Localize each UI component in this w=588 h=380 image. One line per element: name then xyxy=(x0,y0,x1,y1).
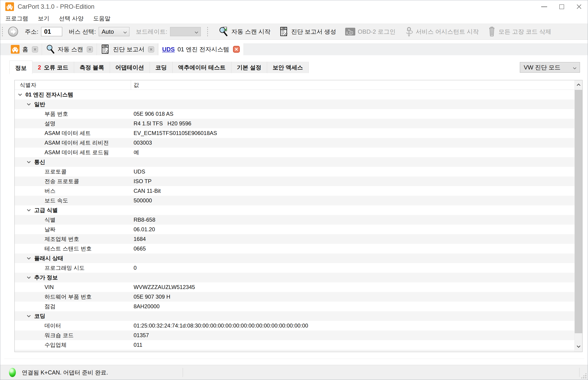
row-value: 06.01.20 xyxy=(134,225,155,234)
bus-select[interactable]: Auto xyxy=(99,27,129,36)
expand-chevron-icon[interactable] xyxy=(27,103,31,106)
maximize-icon xyxy=(559,4,564,9)
table-row[interactable]: VINWVWZZZAUZLW512345 xyxy=(15,282,574,292)
toolbar-grip-handle[interactable] xyxy=(2,26,3,37)
subtab-6[interactable]: 기본 설정 xyxy=(231,62,267,73)
table-row[interactable]: 제조업체 번호1684 xyxy=(15,234,574,244)
table-row[interactable]: 플래시 상태 xyxy=(15,253,574,263)
toolbar-button-label: 자동 스캔 시작 xyxy=(231,28,270,36)
table-row[interactable]: 날짜06.01.20 xyxy=(15,225,574,234)
menu-item-0[interactable]: 프로그램 xyxy=(5,15,28,22)
toolbar-button-0[interactable]: 자동 스캔 시작 xyxy=(218,25,271,38)
tab-close-button[interactable] xyxy=(87,46,93,53)
row-label: 프로토콜 xyxy=(44,167,66,176)
tab-close-button[interactable] xyxy=(148,46,154,53)
table-row[interactable]: 프로그래밍 시도0 xyxy=(15,263,574,273)
vertical-scrollbar[interactable] xyxy=(574,80,582,352)
subtab-label: 코딩 xyxy=(155,64,167,71)
table-row[interactable]: 고급 식별 xyxy=(15,205,574,215)
subtab-7[interactable]: 보안 액세스 xyxy=(267,62,309,73)
window-controls xyxy=(535,0,588,13)
subtab-0[interactable]: 정보 xyxy=(9,60,32,74)
row-value: 01:25:00:32:24:74:1d:08:30:00:00:00:00:0… xyxy=(134,321,308,330)
table-row[interactable]: 일반 xyxy=(15,99,574,109)
table-row[interactable]: 코딩 xyxy=(15,311,574,321)
tab-0[interactable]: 홈 xyxy=(7,43,42,55)
subtab-5[interactable]: 액추에이터 테스트 xyxy=(173,62,231,73)
menu-item-3[interactable]: 도움말 xyxy=(93,15,110,22)
chevron-down-icon xyxy=(195,28,198,35)
table-row[interactable]: 프로토콜UDS xyxy=(15,167,574,176)
row-value: 500000 xyxy=(134,196,152,205)
table-row[interactable]: ASAM 데이터 세트 로드됨예 xyxy=(15,148,574,157)
tab-3[interactable]: UDS01 엔진 전자시스템 xyxy=(158,43,244,55)
subtab-label: 어댑테이션 xyxy=(115,64,144,71)
table-row[interactable]: 식별RB8-658 xyxy=(15,215,574,225)
row-label-cell: 설명 xyxy=(15,119,574,128)
table-row[interactable]: 통신 xyxy=(15,157,574,167)
tab-close-button[interactable] xyxy=(32,46,38,53)
expand-chevron-icon[interactable] xyxy=(18,93,22,96)
expand-chevron-icon[interactable] xyxy=(27,257,31,260)
baudrate-select xyxy=(170,27,201,36)
subtab-2[interactable]: 측정 블록 xyxy=(74,62,110,73)
row-value: 0 xyxy=(134,263,137,273)
table-row[interactable]: 하드웨어 부품 번호05E 907 309 H xyxy=(15,292,574,302)
menu-item-1[interactable]: 보기 xyxy=(38,15,49,22)
toolbar-page-gap xyxy=(0,40,588,43)
scroll-up-button[interactable] xyxy=(575,80,582,90)
table-row[interactable]: 01 엔진 전자시스템 xyxy=(15,90,574,99)
table-row[interactable]: 점검8AH20000 xyxy=(15,302,574,311)
table-row[interactable]: 보드 속도500000 xyxy=(15,196,574,205)
expand-chevron-icon[interactable] xyxy=(27,315,31,317)
table-row[interactable]: ASAM 데이터 세트 리비전003003 xyxy=(15,138,574,148)
menu-item-2[interactable]: 선택 사양 xyxy=(59,15,84,22)
chevron-down-icon xyxy=(573,64,577,71)
table-row[interactable]: 데이터01:25:00:32:24:74:1d:08:30:00:00:00:0… xyxy=(15,321,574,330)
table-row[interactable]: 테스트 스탠드 번호0665 xyxy=(15,244,574,253)
window-title: CarPort 3.1.0 - PRO-Edition xyxy=(18,3,95,10)
go-button[interactable] xyxy=(8,26,18,37)
tab-1[interactable]: 자동 스캔 xyxy=(42,43,97,55)
table-row[interactable]: 전송 프로토콜ISO TP xyxy=(15,176,574,186)
maximize-button[interactable] xyxy=(553,0,570,13)
row-label-cell: ASAM 데이터 세트 xyxy=(15,128,574,138)
table-row[interactable]: 부품 번호05E 906 018 AS xyxy=(15,109,574,119)
scroll-down-icon xyxy=(576,345,581,349)
address-input[interactable] xyxy=(41,27,62,36)
row-label: 버스 xyxy=(44,186,56,196)
minimize-button[interactable] xyxy=(535,0,553,13)
table-row[interactable]: 추가 정보 xyxy=(15,273,574,282)
expand-chevron-icon[interactable] xyxy=(27,209,31,211)
row-label: 01 엔진 전자시스템 xyxy=(25,90,73,99)
subtab-4[interactable]: 코딩 xyxy=(150,62,173,73)
toolbar-button-1[interactable]: OBD진단 보고서 생성 xyxy=(278,25,337,38)
table-row[interactable]: 워크숍 코드01357 xyxy=(15,330,574,340)
close-button[interactable] xyxy=(570,0,588,13)
resize-grip[interactable] xyxy=(581,373,587,379)
diagnostic-mode-select[interactable]: VW 진단 모드 xyxy=(520,62,580,73)
row-label-cell: 01 엔진 전자시스템 xyxy=(15,90,574,99)
column-header-value: 값 xyxy=(134,80,139,90)
row-label: 추가 정보 xyxy=(34,273,58,282)
row-label: 테스트 스탠드 번호 xyxy=(44,244,92,253)
subtab-1[interactable]: 2오류 코드 xyxy=(32,62,74,73)
scroll-down-button[interactable] xyxy=(575,342,582,352)
tab-2[interactable]: OBD진단 보고서 xyxy=(97,43,158,55)
scroll-up-icon xyxy=(576,83,581,87)
row-label: 고급 식별 xyxy=(34,205,58,215)
expand-chevron-icon[interactable] xyxy=(27,276,31,279)
row-label: 플래시 상태 xyxy=(34,253,63,263)
table-row[interactable]: 설명R4 1.5l TFS H20 9596 xyxy=(15,119,574,128)
table-row[interactable]: 수입업체011 xyxy=(15,340,574,350)
row-label-cell: 보드 속도 xyxy=(15,196,574,205)
row-label: 점검 xyxy=(44,302,56,311)
table-row[interactable]: ASAM 데이터 세트EV_ECM15TFS01105E906018AS xyxy=(15,128,574,138)
expand-chevron-icon[interactable] xyxy=(27,161,31,163)
tab-close-button[interactable] xyxy=(233,46,240,53)
table-row[interactable]: 버스CAN 11-Bit xyxy=(15,186,574,196)
toolbar-grip-handle[interactable] xyxy=(207,26,208,37)
scrollbar-thumb[interactable] xyxy=(575,90,582,333)
subtab-3[interactable]: 어댑테이션 xyxy=(110,62,150,73)
table-header: 식별자 값 xyxy=(15,80,574,90)
